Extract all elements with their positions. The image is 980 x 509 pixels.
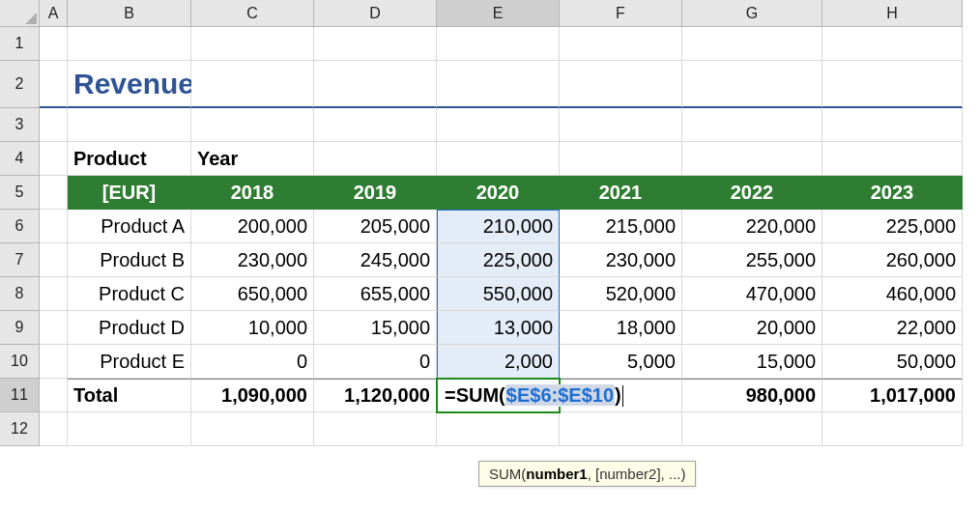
cell-B8[interactable]: Product C: [68, 277, 191, 311]
row-header-6[interactable]: 6: [0, 210, 40, 243]
cell-C6[interactable]: 200,000: [191, 210, 314, 243]
cell-B5-unit[interactable]: [EUR]: [68, 176, 191, 210]
cell-G8[interactable]: 470,000: [682, 277, 822, 311]
cell-F5-2021[interactable]: 2021: [560, 176, 682, 210]
cell-D6[interactable]: 205,000: [314, 210, 437, 243]
cell-G12[interactable]: [682, 412, 822, 446]
cell-E6[interactable]: 210,000: [437, 210, 560, 243]
cell-G5-2022[interactable]: 2022: [682, 176, 822, 210]
cell-E1[interactable]: [437, 27, 560, 61]
cell-A7[interactable]: [40, 243, 68, 277]
formula-input[interactable]: =SUM($E$6:$E$10): [445, 384, 625, 408]
row-header-11[interactable]: 11: [0, 379, 40, 412]
cell-B4-product-label[interactable]: Product: [68, 142, 191, 176]
cell-D4[interactable]: [314, 142, 437, 176]
cell-H1[interactable]: [822, 27, 963, 61]
cell-H8[interactable]: 460,000: [822, 277, 963, 311]
cell-D1[interactable]: [314, 27, 437, 61]
cell-D5-2019[interactable]: 2019: [314, 176, 437, 210]
cell-B3[interactable]: [68, 108, 191, 142]
cell-A11[interactable]: [40, 379, 68, 412]
cell-G11[interactable]: 980,000: [682, 379, 822, 412]
col-header-G[interactable]: G: [682, 0, 822, 27]
row-header-1[interactable]: 1: [0, 27, 40, 61]
cell-C10[interactable]: 0: [191, 345, 314, 379]
cell-F8[interactable]: 520,000: [560, 277, 682, 311]
cell-G2[interactable]: [682, 61, 822, 108]
cell-H12[interactable]: [822, 412, 963, 446]
cell-F2[interactable]: [560, 61, 682, 108]
cell-A1[interactable]: [40, 27, 68, 61]
cell-E8[interactable]: 550,000: [437, 277, 560, 311]
cell-D10[interactable]: 0: [314, 345, 437, 379]
cell-E7[interactable]: 225,000: [437, 243, 560, 277]
cell-E3[interactable]: [437, 108, 560, 142]
cell-F4[interactable]: [560, 142, 682, 176]
cell-C3[interactable]: [191, 108, 314, 142]
cell-E2[interactable]: [437, 61, 560, 108]
cell-H3[interactable]: [822, 108, 963, 142]
cell-E9[interactable]: 13,000: [437, 311, 560, 345]
cell-G3[interactable]: [682, 108, 822, 142]
cell-A10[interactable]: [40, 345, 68, 379]
cell-G10[interactable]: 15,000: [682, 345, 822, 379]
cell-D9[interactable]: 15,000: [314, 311, 437, 345]
cell-C7[interactable]: 230,000: [191, 243, 314, 277]
cell-H6[interactable]: 225,000: [822, 210, 963, 243]
cell-G9[interactable]: 20,000: [682, 311, 822, 345]
col-header-B[interactable]: B: [68, 0, 191, 27]
cell-C8[interactable]: 650,000: [191, 277, 314, 311]
cell-D12[interactable]: [314, 412, 437, 446]
cell-C5-2018[interactable]: 2018: [191, 176, 314, 210]
cell-D7[interactable]: 245,000: [314, 243, 437, 277]
cell-E5-2020[interactable]: 2020: [437, 176, 560, 210]
cell-G7[interactable]: 255,000: [682, 243, 822, 277]
cell-C2[interactable]: [191, 61, 314, 108]
cell-E12[interactable]: [437, 412, 560, 446]
cell-B2-title[interactable]: Revenue per year and product: [68, 61, 191, 108]
col-header-C[interactable]: C: [191, 0, 314, 27]
spreadsheet-grid[interactable]: A B C D E F G H 1 2 Revenue per year and…: [0, 0, 980, 446]
cell-G6[interactable]: 220,000: [682, 210, 822, 243]
cell-H11[interactable]: 1,017,000: [822, 379, 963, 412]
row-header-12[interactable]: 12: [0, 412, 40, 446]
cell-F1[interactable]: [560, 27, 682, 61]
cell-A4[interactable]: [40, 142, 68, 176]
cell-A3[interactable]: [40, 108, 68, 142]
cell-H5-2023[interactable]: 2023: [822, 176, 963, 210]
row-header-4[interactable]: 4: [0, 142, 40, 176]
cell-H10[interactable]: 50,000: [822, 345, 963, 379]
cell-C4-year-label[interactable]: Year: [191, 142, 314, 176]
select-all-corner[interactable]: [0, 0, 40, 27]
cell-H9[interactable]: 22,000: [822, 311, 963, 345]
row-header-2[interactable]: 2: [0, 61, 40, 108]
row-header-3[interactable]: 3: [0, 108, 40, 142]
cell-B6[interactable]: Product A: [68, 210, 191, 243]
cell-B9[interactable]: Product D: [68, 311, 191, 345]
cell-D11[interactable]: 1,120,000: [314, 379, 437, 412]
col-header-A[interactable]: A: [40, 0, 68, 27]
row-header-10[interactable]: 10: [0, 345, 40, 379]
cell-B10[interactable]: Product E: [68, 345, 191, 379]
row-header-5[interactable]: 5: [0, 176, 40, 210]
cell-B12[interactable]: [68, 412, 191, 446]
cell-B1[interactable]: [68, 27, 191, 61]
cell-B11-total-label[interactable]: Total: [68, 379, 191, 412]
cell-F12[interactable]: [560, 412, 682, 446]
cell-B7[interactable]: Product B: [68, 243, 191, 277]
cell-H7[interactable]: 260,000: [822, 243, 963, 277]
cell-A8[interactable]: [40, 277, 68, 311]
cell-E11-editing[interactable]: =SUM($E$6:$E$10): [437, 379, 560, 412]
cell-A2[interactable]: [40, 61, 68, 108]
row-header-7[interactable]: 7: [0, 243, 40, 277]
cell-F10[interactable]: 5,000: [560, 345, 682, 379]
cell-E10[interactable]: 2,000: [437, 345, 560, 379]
cell-C11[interactable]: 1,090,000: [191, 379, 314, 412]
cell-E4[interactable]: [437, 142, 560, 176]
col-header-F[interactable]: F: [560, 0, 682, 27]
row-header-8[interactable]: 8: [0, 277, 40, 311]
cell-C12[interactable]: [191, 412, 314, 446]
cell-A12[interactable]: [40, 412, 68, 446]
cell-D3[interactable]: [314, 108, 437, 142]
cell-D8[interactable]: 655,000: [314, 277, 437, 311]
